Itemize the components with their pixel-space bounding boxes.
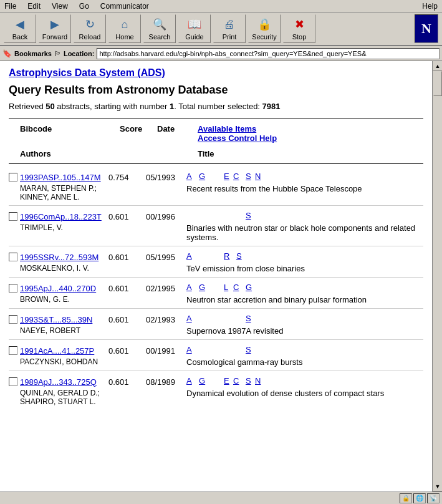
search-button[interactable]: 🔍 Search: [143, 14, 176, 43]
title-value: TeV emission from close binaries: [108, 264, 423, 273]
row-checkbox[interactable]: [9, 315, 17, 324]
item-link-l[interactable]: L: [224, 283, 228, 292]
url-input[interactable]: [97, 48, 440, 59]
item-link-a[interactable]: A: [186, 376, 192, 385]
home-label: Home: [115, 33, 133, 41]
location-separator: 🏳: [54, 50, 61, 57]
item-links: AGLCG: [186, 283, 423, 294]
scrollbar[interactable]: ▲ ▼: [432, 61, 442, 492]
item-link-s[interactable]: S: [246, 345, 251, 354]
access-control-link[interactable]: Access Control Help: [198, 133, 423, 143]
bibcode-link[interactable]: 1989ApJ...343..725Q: [20, 377, 108, 387]
item-link-a[interactable]: A: [186, 283, 192, 292]
item-link-r[interactable]: R: [224, 251, 229, 261]
item-link-n[interactable]: N: [255, 376, 261, 385]
security-button[interactable]: 🔒 Security: [248, 14, 281, 43]
item-link-g[interactable]: G: [199, 172, 205, 181]
item-link-a[interactable]: A: [186, 172, 192, 181]
row-checkbox[interactable]: [9, 346, 17, 355]
location-bar: 🔖 Bookmarks 🏳 Location:: [0, 46, 442, 61]
guide-label: Guide: [185, 33, 203, 41]
bibcode-header: Bibcode: [20, 124, 120, 133]
print-icon: 🖨: [224, 18, 235, 31]
item-link-a[interactable]: A: [186, 314, 192, 323]
bibcode-link[interactable]: 1993S&T....85...39N: [20, 315, 108, 324]
item-link-g[interactable]: G: [199, 376, 205, 385]
row-checkbox[interactable]: [9, 377, 17, 386]
item-link-s[interactable]: S: [246, 314, 251, 323]
back-icon: ◀: [16, 17, 24, 31]
title-value: Binaries with neutron star or black hole…: [108, 223, 423, 242]
menu-view[interactable]: View: [50, 1, 70, 11]
title-value: Cosmological gamma-ray bursts: [108, 357, 423, 367]
item-link-g[interactable]: G: [199, 283, 205, 292]
bookmarks-label: Bookmarks: [14, 50, 52, 57]
item-link-c[interactable]: C: [233, 172, 239, 181]
menu-file[interactable]: File: [2, 1, 18, 11]
date-value: 02/1993: [146, 315, 186, 324]
item-link-e[interactable]: E: [224, 172, 229, 181]
guide-button[interactable]: 📖 Guide: [178, 14, 211, 43]
forward-button[interactable]: ▶ Forward: [39, 14, 71, 43]
item-link-e[interactable]: E: [224, 376, 229, 385]
menu-edit[interactable]: Edit: [26, 1, 42, 11]
row-separator: [9, 308, 423, 309]
reload-button[interactable]: ↻ Reload: [74, 14, 106, 43]
home-button[interactable]: ⌂ Home: [108, 14, 141, 43]
item-link-s[interactable]: S: [246, 376, 251, 385]
toolbar: ◀ Back ▶ Forward ↻ Reload ⌂ Home 🔍 Searc…: [0, 12, 442, 46]
item-link-c[interactable]: C: [233, 376, 239, 385]
item-links: AS: [186, 314, 423, 325]
score-value: 0.601: [108, 346, 146, 356]
bibcode-link[interactable]: 1995SSRv...72..593M: [20, 253, 108, 262]
scroll-down-button[interactable]: ▼: [433, 482, 442, 492]
table-row: 1993S&T....85...39N0.60102/1993ASNAEYE, …: [9, 311, 423, 340]
retrieved-total: 7981: [262, 102, 281, 111]
score-value: 0.601: [108, 377, 146, 387]
table-row: 1991AcA....41..257P0.60100/1991ASPACZYNS…: [9, 342, 423, 371]
menu-help[interactable]: Help: [420, 1, 440, 11]
title-value: Supernova 1987A revisited: [108, 326, 423, 336]
reload-label: Reload: [79, 33, 101, 41]
date-value: 08/1989: [146, 377, 186, 387]
bibcode-link[interactable]: 1995ApJ...440..270D: [20, 284, 108, 293]
bibcode-link[interactable]: 1996ComAp..18..223T: [20, 212, 108, 221]
row-checkbox[interactable]: [9, 253, 17, 261]
menu-go[interactable]: Go: [77, 1, 91, 11]
score-value: 0.754: [108, 173, 146, 182]
item-link-s[interactable]: S: [246, 211, 251, 220]
status-icon-2: 🌐: [413, 493, 426, 503]
row-separator: [9, 277, 423, 278]
table-row: 1996ComAp..18..223T0.60100/1996STRIMPLE,…: [9, 208, 423, 246]
scroll-track: [433, 71, 442, 482]
bibcode-link[interactable]: 1993PASP..105..147M: [20, 173, 108, 182]
stop-button[interactable]: ✖ Stop: [283, 14, 315, 43]
ads-title-link[interactable]: Astrophysics Data System (ADS): [9, 67, 423, 79]
author-value: NAEYE, ROBERT: [9, 326, 108, 335]
row-checkbox[interactable]: [9, 284, 17, 293]
menu-communicator[interactable]: Communicator: [98, 1, 151, 11]
scroll-thumb[interactable]: [433, 71, 442, 96]
title-value: Recent results from the Hubble Space Tel…: [108, 184, 423, 193]
status-icons: 🔒 🌐 📡: [400, 493, 440, 503]
item-link-n[interactable]: N: [255, 172, 261, 181]
status-bar: 🔒 🌐 📡: [0, 492, 442, 504]
item-link-g[interactable]: G: [246, 283, 252, 292]
available-items-link[interactable]: Available Items: [198, 124, 423, 133]
item-link-a[interactable]: A: [186, 345, 192, 354]
bibcode-link[interactable]: 1991AcA....41..257P: [20, 346, 108, 356]
scroll-up-button[interactable]: ▲: [433, 61, 442, 71]
date-value: 02/1995: [146, 284, 186, 293]
item-link-s[interactable]: S: [236, 251, 242, 261]
title-value: Dynamical evolution of dense clusters of…: [108, 389, 423, 398]
item-link-c[interactable]: C: [233, 283, 239, 292]
item-link-a[interactable]: A: [186, 251, 192, 261]
row-checkbox[interactable]: [9, 212, 17, 221]
back-button[interactable]: ◀ Back: [4, 14, 36, 43]
author-value: BROWN, G. E.: [9, 295, 108, 304]
item-link-s[interactable]: S: [246, 172, 251, 181]
table-row: 1995ApJ...440..270D0.60102/1995AGLCGBROW…: [9, 280, 423, 309]
print-button[interactable]: 🖨 Print: [213, 14, 246, 43]
row-checkbox[interactable]: [9, 173, 17, 182]
location-label: Location:: [64, 50, 95, 57]
